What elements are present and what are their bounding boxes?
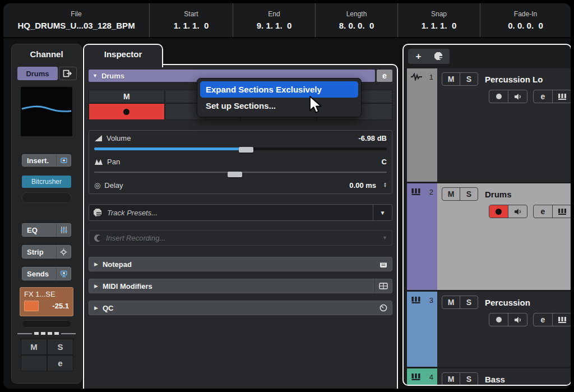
track-list-toolbar: + <box>408 49 450 64</box>
track-mute-button[interactable]: M <box>442 296 460 308</box>
eq-label: EQ <box>22 224 56 236</box>
speaker-icon <box>513 208 522 215</box>
strip-icon[interactable] <box>56 246 71 258</box>
track-name[interactable]: Percussion <box>485 298 530 307</box>
track-solo-button[interactable]: S <box>460 188 478 200</box>
channel-track-button[interactable]: Drums <box>17 67 58 80</box>
inspector-edit-button[interactable]: e <box>377 70 392 82</box>
field-length-value[interactable]: 8. 0. 0. 0 <box>339 21 374 30</box>
volume-slider-handle[interactable] <box>239 147 253 153</box>
tab-inspector[interactable]: Inspector <box>83 44 163 67</box>
track-mute-button[interactable]: M <box>442 73 460 85</box>
field-start-value[interactable]: 1. 1. 1. 0 <box>174 21 209 30</box>
field-length[interactable]: Length 8. 0. 0. 0 <box>315 3 397 37</box>
pan-value[interactable]: C <box>382 158 387 166</box>
sends-button[interactable]: Sends <box>22 267 71 280</box>
track-monitor-button[interactable] <box>508 313 527 326</box>
volume-value[interactable]: -6.98 dB <box>358 134 387 142</box>
field-snap-value[interactable]: 1. 1. 1. 0 <box>422 21 457 30</box>
track-row-drums[interactable]: 2 M S Drums <box>407 183 571 290</box>
eq-curve-display[interactable] <box>21 87 72 136</box>
track-record-button-armed[interactable] <box>489 205 508 218</box>
field-fadein[interactable]: Fade-In 0. 0. 0. 0 <box>480 3 571 37</box>
track-row-percussion[interactable]: 3 M S Percussion <box>407 292 571 367</box>
track-preset-button[interactable] <box>429 49 450 64</box>
field-fadein-label: Fade-In <box>514 10 537 18</box>
inspector-mute-button[interactable]: M <box>89 90 165 103</box>
fx-send-value[interactable]: -25.1 <box>52 302 69 310</box>
field-end-value[interactable]: 9. 1. 1. 0 <box>257 21 292 30</box>
volume-slider[interactable] <box>94 145 387 152</box>
inspector-record-button[interactable] <box>89 103 165 120</box>
screenshot: File HQ_DRUMS_U...03_128_BPM Start 1. 1.… <box>0 0 574 392</box>
track-color-strip[interactable]: 2 <box>407 183 437 290</box>
menu-item-set-up-sections[interactable]: Set up Sections... <box>200 98 358 114</box>
section-qc[interactable]: ▶ QC <box>89 301 392 315</box>
field-end[interactable]: End 9. 1. 1. 0 <box>233 3 315 37</box>
track-list: 1 M S Percussion Lo <box>404 68 571 386</box>
track-presets-dropdown[interactable]: ▼ <box>373 205 392 220</box>
sends-label: Sends <box>22 268 56 280</box>
menu-item-expand-sections-exclusively[interactable]: Expand Sections Exclusively <box>200 81 358 98</box>
channel-solo-button[interactable]: S <box>47 339 73 355</box>
track-row-percussion-loop[interactable]: 1 M S Percussion Lo <box>407 68 571 182</box>
insert-slot-bitcrusher[interactable]: Bitcrusher <box>22 176 71 188</box>
track-row-bass[interactable]: 4 M S Bass <box>407 368 571 386</box>
channel-export-button[interactable] <box>59 67 77 80</box>
channel-mute-button[interactable]: M <box>21 339 47 355</box>
delay-spinner[interactable]: ▲▼ <box>383 182 387 188</box>
track-edit-button[interactable]: e <box>534 90 552 103</box>
track-mute-button[interactable]: M <box>442 373 460 385</box>
insert-recording-field[interactable]: Insert Recording... ▼ <box>89 230 392 246</box>
field-file[interactable]: File HQ_DRUMS_U...03_128_BPM <box>3 3 149 37</box>
track-color-strip[interactable]: 3 <box>407 292 437 367</box>
eq-button[interactable]: EQ <box>22 223 71 237</box>
inserts-button[interactable]: Insert. <box>22 154 71 167</box>
section-midi-modifiers[interactable]: ▶ MIDI Modifiers <box>89 279 392 293</box>
fx-send-level-swatch[interactable] <box>24 301 39 311</box>
delay-value[interactable]: 0.00 ms <box>349 181 376 190</box>
pan-slider[interactable] <box>94 169 387 176</box>
strip-button[interactable]: Strip <box>22 245 71 259</box>
fx-send-empty-slot[interactable] <box>22 320 71 328</box>
track-monitor-button[interactable] <box>508 205 527 218</box>
section-notepad[interactable]: ▶ Notepad <box>89 257 392 271</box>
volume-slider-fill <box>94 147 246 150</box>
track-name[interactable]: Bass <box>485 375 505 384</box>
track-record-button[interactable] <box>489 313 508 326</box>
track-instrument-button[interactable] <box>552 313 571 326</box>
track-solo-button[interactable]: S <box>460 296 478 308</box>
inserts-label: Insert. <box>22 155 56 166</box>
field-start[interactable]: Start 1. 1. 1. 0 <box>149 3 233 37</box>
track-instrument-button[interactable] <box>552 205 571 218</box>
section-qc-label: QC <box>103 304 114 312</box>
track-color-strip[interactable]: 1 <box>407 68 437 182</box>
channel-edit-button[interactable]: e <box>47 355 73 371</box>
track-name[interactable]: Percussion Lo <box>485 75 543 84</box>
track-solo-button[interactable]: S <box>460 373 478 385</box>
track-solo-button[interactable]: S <box>460 73 478 85</box>
track-record-button[interactable] <box>489 90 508 103</box>
insert-slot-empty[interactable] <box>22 192 71 203</box>
export-icon <box>63 70 73 77</box>
track-presets-field[interactable]: Track Presets... ▼ <box>89 204 392 221</box>
track-monitor-button[interactable] <box>508 90 527 103</box>
panel-resize-handle[interactable] <box>17 332 76 335</box>
add-track-button[interactable]: + <box>408 49 429 64</box>
inserts-icon[interactable] <box>56 155 71 166</box>
field-fadein-value[interactable]: 0. 0. 0. 0 <box>508 21 543 30</box>
track-edit-button[interactable]: e <box>534 205 552 218</box>
track-instrument-button[interactable] <box>552 90 571 103</box>
track-name[interactable]: Drums <box>485 190 512 199</box>
field-snap[interactable]: Snap 1. 1. 1. 0 <box>397 3 480 37</box>
track-color-strip[interactable]: 4 <box>407 368 437 386</box>
eq-sliders-icon[interactable] <box>56 224 71 236</box>
pan-slider-handle[interactable] <box>228 172 242 177</box>
track-edit-button[interactable]: e <box>534 313 552 326</box>
fx-send-slot[interactable]: FX 1...SE -25.1 <box>20 287 73 316</box>
field-file-value[interactable]: HQ_DRUMS_U...03_128_BPM <box>17 21 135 30</box>
insert-recording-dropdown[interactable]: ▼ <box>382 235 387 241</box>
sends-icon[interactable] <box>56 268 71 280</box>
eq-curve-icon <box>21 87 72 136</box>
track-mute-button[interactable]: M <box>442 188 460 200</box>
